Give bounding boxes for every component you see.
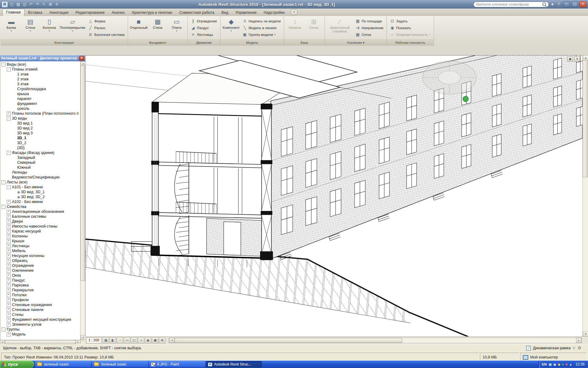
tab-Надстройки[interactable]: Надстройки [260, 10, 288, 16]
expand-icon[interactable]: + [7, 293, 11, 297]
expand-icon[interactable]: + [7, 332, 11, 336]
tree-item-Несущие колонны[interactable]: +Несущие колонны [0, 253, 80, 258]
ribbon-button-Раскос[interactable]: ╱Раскос [87, 25, 126, 31]
expand-icon[interactable]: + [7, 224, 11, 228]
ribbon-button-Ограждение[interactable]: ∥Ограждение [189, 18, 219, 24]
start-button[interactable]: пуск [0, 361, 34, 368]
close-button[interactable]: ✕ [579, 1, 586, 7]
tab-Главная[interactable]: Главная [2, 9, 24, 16]
tree-item-Фундамент несущей конструкции[interactable]: +Фундамент несущей конструкции [0, 317, 80, 322]
shadows-icon[interactable]: ◧ [110, 337, 116, 343]
filter-icon[interactable]: ▽ [573, 346, 575, 350]
dropdown-arrow-icon[interactable]: ▾ [11, 30, 12, 32]
expand-icon[interactable]: + [7, 200, 11, 204]
tab-Управление[interactable]: Управление [232, 10, 260, 16]
tree-item-3D вид 2[interactable]: 3D вид 2 [0, 126, 80, 131]
collapse-icon[interactable]: - [7, 117, 11, 121]
tree-item-Стены[interactable]: +Стены [0, 312, 80, 317]
tree-item-Образец[interactable]: +Образец [0, 258, 80, 263]
tree-item-Стеновые панели[interactable]: +Стеновые панели [0, 307, 80, 312]
expand-icon[interactable]: + [7, 239, 11, 243]
expand-icon[interactable]: + [7, 244, 11, 248]
tree-item-Озеленение[interactable]: +Озеленение [0, 268, 80, 273]
language-indicator[interactable]: EN [542, 362, 547, 366]
scroll-thumb[interactable] [583, 60, 588, 177]
ribbon-button-Компонент[interactable]: ◆Компонент▾ [222, 17, 240, 32]
tree-item-Мебель[interactable]: +Мебель [0, 248, 80, 253]
tree-item-Ведомости/Спецификации[interactable]: Ведомости/Спецификации [0, 175, 80, 180]
ribbon-button-Пол/перекрытие[interactable]: ▱Пол/перекрытие▾ [59, 17, 86, 32]
ribbon-button-Стена[interactable]: ▤Стена▾ [21, 17, 40, 32]
dropdown-arrow-icon[interactable]: ▾ [49, 30, 50, 32]
search-input[interactable]: Введите ключевое слово/фразу [473, 2, 549, 7]
dynamic-frame-checkbox[interactable]: ✓ [526, 346, 531, 351]
modify-icon[interactable]: ✛ [54, 2, 60, 7]
crop-region-icon[interactable]: ▭ [124, 337, 130, 343]
tree-item-Группы[interactable]: -Группы [0, 327, 80, 332]
tab-Редактирование[interactable]: Редактирование [72, 10, 108, 16]
scroll-right-icon[interactable]: ► [576, 338, 582, 343]
tree-item-3D_1[interactable]: 3D_1 [0, 136, 80, 140]
view-vertical-scrollbar[interactable]: ▲ ▼ [582, 55, 588, 337]
expand-icon[interactable]: + [7, 112, 11, 116]
collapse-icon[interactable]: - [2, 328, 6, 332]
tree-item-Легенды[interactable]: Легенды [0, 170, 80, 175]
section-box-icon[interactable]: ⊠ [159, 337, 165, 343]
expand-icon[interactable]: + [7, 234, 11, 238]
rendering-icon[interactable]: ◔ [117, 337, 123, 343]
tree-item-Перекрытия[interactable]: +Перекрытия [0, 288, 80, 293]
tree-item-Двери[interactable]: +Двери [0, 219, 80, 224]
tree-item-3D виды[interactable]: -3D виды [0, 116, 80, 121]
favorites-icon[interactable]: ★ [549, 2, 556, 7]
scroll-thumb[interactable] [5, 340, 76, 344]
tree-item-3D_2[interactable]: 3D_2 [0, 140, 80, 145]
expand-icon[interactable]: + [7, 308, 11, 312]
tree-item-Аннотационные обозначения[interactable]: +Аннотационные обозначения [0, 209, 80, 214]
ribbon-button-Направление[interactable]: ⇉Направление [354, 25, 385, 31]
taskbar-item-Зеленый оазис[interactable]: Зеленый оазис [92, 361, 148, 367]
model-graphics-style-icon[interactable]: ▦ [103, 337, 109, 343]
lock-view-icon[interactable]: ▣ [152, 337, 158, 343]
maximize-button[interactable]: ▢ [571, 1, 578, 7]
select-arrow-icon[interactable]: ↖ [41, 2, 47, 7]
tree-item-Семейства[interactable]: -Семейства [0, 204, 80, 209]
reveal-hidden-icon[interactable]: ◉ [145, 337, 151, 343]
tree-item-Модель[interactable]: +Модель [0, 332, 80, 337]
dropdown-arrow-icon[interactable]: ▾ [176, 30, 177, 32]
tree-item-Фасады (Фасад здания)[interactable]: -Фасады (Фасад здания) [0, 150, 80, 155]
ribbon-button-Колонна[interactable]: ▯Колонна▾ [40, 17, 58, 32]
show-crop-icon[interactable]: ◫ [131, 337, 137, 343]
tree-item-Балочные системы[interactable]: +Балочные системы [0, 214, 80, 219]
tree-item-3D вид 3[interactable]: 3D вид 3 [0, 131, 80, 136]
expand-icon[interactable]: + [7, 303, 11, 307]
ribbon-button-Плита[interactable]: ▭Плита▾ [168, 17, 186, 32]
collapse-icon[interactable]: - [7, 67, 11, 71]
undo-icon[interactable]: ↶ [28, 2, 34, 7]
expand-icon[interactable]: + [7, 215, 11, 219]
tree-item-Ограждение[interactable]: +Ограждение [0, 263, 80, 268]
antivirus-icon[interactable]: ◆ [558, 363, 560, 366]
revit-app-icon[interactable]: R [2, 1, 8, 8]
tree-item-Каркас несущий[interactable]: +Каркас несущий [0, 229, 80, 234]
ribbon-button-Пандус[interactable]: ◢Пандус [189, 25, 219, 31]
update-icon[interactable]: ● [562, 363, 564, 366]
scroll-down-icon[interactable]: ▼ [583, 331, 588, 337]
ribbon-button-Группа модели[interactable]: ▣Группа модели▾ [241, 31, 282, 38]
close-view-icon[interactable]: ✕ [574, 56, 580, 62]
expand-icon[interactable]: + [7, 269, 11, 273]
tab-Анализ[interactable]: Анализ [108, 10, 128, 16]
tree-item-Южный[interactable]: Южный [0, 165, 80, 170]
help-icon[interactable]: ? [556, 2, 562, 7]
tree-item-Листы (все)[interactable]: -Листы (все) [0, 180, 80, 185]
tree-item-парапет[interactable]: парапет [0, 96, 80, 101]
ribbon-button-Надпись на модели[interactable]: AНадпись на модели [241, 18, 282, 24]
dropdown-arrow-icon[interactable]: ▾ [231, 30, 232, 32]
taskbar-item-Autodesk Revit Struc...[interactable]: RAutodesk Revit Struc... [206, 361, 262, 367]
browser-vertical-scrollbar[interactable]: ▲ ▼ [80, 61, 85, 340]
expand-icon[interactable]: + [7, 254, 11, 258]
tree-item-Северный[interactable]: Северный [0, 160, 80, 165]
options-icon[interactable]: ⊞ [47, 2, 54, 7]
browser-horizontal-scrollbar[interactable]: ◄ ► [0, 340, 81, 344]
tree-item-3D вид 1[interactable]: 3D вид 1 [0, 121, 80, 126]
collapse-icon[interactable]: - [7, 185, 11, 189]
